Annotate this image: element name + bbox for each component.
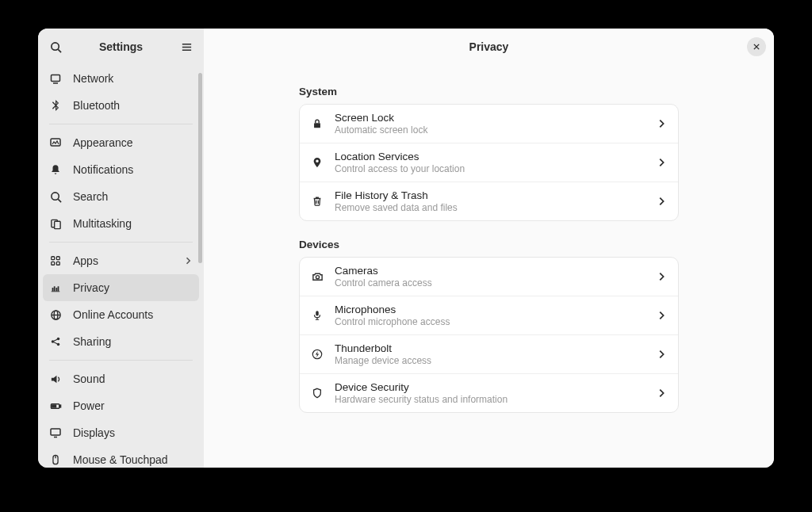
sidebar-item-network[interactable]: Network [38, 65, 204, 92]
close-icon [753, 43, 760, 51]
sound-icon [49, 373, 62, 385]
sidebar-item-search[interactable]: Search [38, 183, 204, 210]
main-header: Privacy [204, 29, 774, 65]
row-device-security[interactable]: Device Security Hardware security status… [300, 373, 678, 412]
section-heading-devices: Devices [299, 239, 679, 250]
chevron-right-icon [656, 196, 667, 207]
row-title: Location Services [335, 151, 645, 162]
bell-icon [49, 163, 62, 176]
svg-rect-25 [52, 405, 56, 407]
chevron-right-icon [656, 388, 667, 399]
row-subtitle: Control microphone access [335, 316, 645, 327]
svg-rect-7 [51, 139, 60, 146]
sidebar-item-label: Displays [73, 426, 193, 439]
location-icon [311, 156, 324, 169]
sidebar-item-label: Search [73, 190, 193, 203]
svg-rect-14 [52, 262, 55, 265]
chevron-right-icon [656, 310, 667, 321]
sidebar-item-label: Sound [73, 373, 193, 385]
sidebar-item-displays[interactable]: Displays [38, 419, 204, 446]
sidebar-item-label: Online Accounts [73, 308, 193, 321]
svg-rect-13 [56, 257, 59, 260]
row-title: Thunderbolt [335, 342, 645, 354]
sidebar-item-label: Network [73, 72, 193, 85]
chevron-right-icon [656, 271, 667, 282]
section-heading-system: System [299, 86, 679, 97]
menu-button[interactable] [177, 37, 196, 56]
sidebar-item-sharing[interactable]: Sharing [38, 328, 204, 355]
svg-line-1 [58, 49, 61, 52]
microphone-icon [311, 309, 324, 322]
sidebar-title: Settings [65, 40, 177, 53]
settings-window: Settings Network Bluetooth Appearan [38, 29, 774, 468]
svg-rect-26 [51, 429, 60, 435]
search-icon [50, 41, 62, 53]
sidebar-item-mouse[interactable]: Mouse & Touchpad [38, 446, 204, 468]
sidebar-item-privacy[interactable]: Privacy [43, 274, 199, 301]
row-texts: Location Services Control access to your… [335, 151, 645, 174]
sidebar-item-label: Bluetooth [73, 99, 193, 112]
thunderbolt-icon [311, 348, 324, 361]
svg-rect-16 [52, 291, 60, 292]
sidebar-item-appearance[interactable]: Appearance [38, 129, 204, 156]
svg-rect-39 [314, 123, 320, 128]
row-screen-lock[interactable]: Screen Lock Automatic screen lock [300, 105, 678, 143]
search-button[interactable] [46, 37, 65, 56]
sidebar-item-label: Appearance [73, 136, 193, 149]
sidebar-item-label: Multitasking [73, 217, 193, 230]
close-button[interactable] [747, 37, 766, 56]
row-location[interactable]: Location Services Control access to your… [300, 143, 678, 181]
sidebar-scrollbar[interactable] [196, 65, 204, 468]
chevron-right-icon [656, 349, 667, 360]
row-title: Microphones [335, 304, 645, 315]
sidebar-item-power[interactable]: Power [38, 392, 204, 419]
sidebar-separator [49, 124, 193, 124]
row-subtitle: Hardware security status and information [335, 394, 645, 405]
sidebar-item-notifications[interactable]: Notifications [38, 156, 204, 183]
sidebar-item-label: Privacy [73, 281, 193, 294]
row-file-history[interactable]: File History & Trash Remove saved data a… [300, 181, 678, 220]
row-texts: File History & Trash Remove saved data a… [335, 189, 645, 213]
shield-icon [311, 387, 324, 399]
sidebar-header: Settings [38, 29, 204, 65]
sidebar-item-label: Notifications [73, 163, 193, 176]
sidebar-list: Network Bluetooth Appearance Notificatio… [38, 65, 204, 468]
main-panel: Privacy System Screen Lock Automatic scr… [204, 29, 774, 468]
row-title: Device Security [335, 381, 645, 393]
camera-icon [311, 270, 324, 283]
apps-icon [49, 254, 62, 267]
privacy-icon [49, 281, 62, 294]
power-icon [49, 399, 62, 412]
sidebar-item-multitasking[interactable]: Multitasking [38, 210, 204, 237]
row-microphones[interactable]: Microphones Control microphone access [300, 296, 678, 334]
hamburger-icon [181, 41, 193, 53]
svg-rect-24 [59, 405, 60, 407]
chevron-right-icon [656, 157, 667, 168]
row-cameras[interactable]: Cameras Control camera access [300, 258, 678, 296]
sidebar-item-label: Apps [73, 254, 172, 267]
svg-point-8 [51, 192, 58, 199]
row-thunderbolt[interactable]: Thunderbolt Manage device access [300, 334, 678, 373]
sidebar-item-bluetooth[interactable]: Bluetooth [38, 92, 204, 119]
sidebar-item-label: Power [73, 399, 193, 412]
svg-rect-5 [52, 75, 60, 82]
row-subtitle: Control camera access [335, 277, 645, 288]
sidebar-item-apps[interactable]: Apps [38, 247, 204, 274]
row-subtitle: Remove saved data and files [335, 202, 645, 213]
sidebar-item-label: Sharing [73, 335, 193, 348]
sidebar-item-sound[interactable]: Sound [38, 365, 204, 392]
chevron-right-icon [656, 118, 667, 129]
sidebar-separator [49, 360, 193, 361]
trash-icon [311, 195, 324, 208]
row-texts: Screen Lock Automatic screen lock [335, 112, 645, 136]
sidebar-item-label: Mouse & Touchpad [73, 453, 193, 466]
svg-rect-15 [56, 262, 59, 265]
row-texts: Device Security Hardware security status… [335, 381, 645, 405]
scrollbar-thumb[interactable] [198, 73, 202, 263]
section-group-system: Screen Lock Automatic screen lock Locati… [299, 104, 679, 221]
svg-line-9 [58, 199, 61, 202]
sidebar-item-online-accounts[interactable]: Online Accounts [38, 301, 204, 328]
sharing-icon [49, 335, 62, 348]
mouse-icon [49, 453, 62, 466]
search-icon [49, 190, 62, 203]
